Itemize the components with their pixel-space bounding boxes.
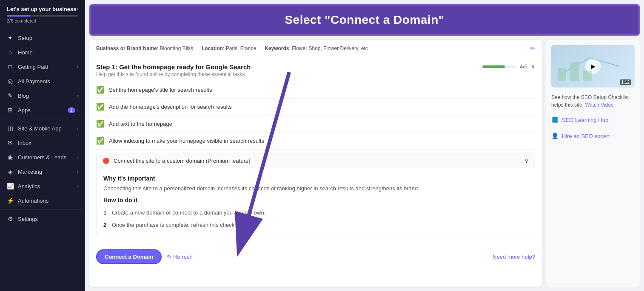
sidebar-item-apps[interactable]: ⊞ Apps 1 ›: [0, 103, 85, 117]
chevron-icon: ›: [77, 93, 78, 98]
checklist-item-text: Set the homepage's title for search resu…: [109, 87, 212, 93]
seo-meta-bar: Business or Brand Name: Blooming Bliss L…: [89, 40, 542, 57]
connect-domain-header-text: Connect this site to a custom domain (Pr…: [114, 158, 251, 164]
location-label: Location: [202, 45, 223, 51]
meta-business: Business or Brand Name: Blooming Bliss: [96, 45, 193, 51]
business-setup-title[interactable]: Let's set up your business ›: [7, 6, 78, 12]
checklist-item: ✅ Allow indexing to make your homepage v…: [96, 133, 535, 150]
sidebar-item-customers-leads[interactable]: ◉ Customers & Leads ›: [0, 150, 85, 164]
step-progress-bar: [482, 65, 516, 68]
seo-learning-hub-link[interactable]: 📘 SEO Learning Hub: [551, 115, 635, 125]
step-text: Once the purchase is complete, refresh t…: [112, 222, 243, 228]
apps-badge: 1: [68, 107, 75, 113]
step-num: 2: [103, 222, 106, 228]
sidebar-item-setup[interactable]: ✦ Setup: [0, 31, 85, 45]
step-progress-text: 4/6: [520, 63, 527, 70]
checklist: ✅ Set the homepage's title for search re…: [89, 82, 542, 150]
hire-seo-expert-link[interactable]: 👤 Hire an SEO expert: [551, 131, 635, 141]
step-text: Create a new domain or connect to a doma…: [112, 209, 265, 216]
bottom-actions: Connect a Domain ↻ Refresh Need more hel…: [89, 244, 542, 269]
setup-icon: ✦: [7, 34, 14, 41]
how-step: 2 Once the purchase is complete, refresh…: [103, 220, 528, 230]
sidebar-item-site-mobile[interactable]: ◫ Site & Mobile App ›: [0, 121, 85, 136]
chevron-icon: ›: [77, 155, 78, 160]
automations-icon: ⚡: [7, 197, 14, 204]
annotation-text: Select "Connect a Domain": [285, 13, 444, 26]
settings-icon: ⚙: [7, 215, 14, 222]
need-more-help-button[interactable]: Need more help?: [493, 254, 535, 260]
sidebar-item-blog[interactable]: ✎ Blog ›: [0, 88, 85, 103]
why-title: Why it's important: [103, 175, 528, 182]
meta-keywords: Keywords: Flower Shop, Flower Delivery, …: [265, 45, 368, 51]
sidebar-item-label: Inbox: [18, 140, 78, 146]
sidebar-item-settings[interactable]: ⚙ Settings: [0, 212, 85, 226]
keywords-value: Flower Shop, Flower Delivery, etc: [292, 45, 368, 51]
sidebar-item-label: Analytics: [18, 183, 77, 189]
apps-icon: ⊞: [7, 107, 14, 113]
connect-domain-header[interactable]: 🔴 Connect this site to a custom domain (…: [97, 153, 535, 168]
video-duration: 1:12: [620, 79, 631, 85]
step-info: Step 1: Get the homepage ready for Googl…: [96, 63, 251, 77]
home-icon: ⌂: [7, 49, 14, 56]
step-num: 1: [103, 209, 106, 216]
connect-domain-header-left: 🔴 Connect this site to a custom domain (…: [103, 158, 251, 164]
sidebar-item-marketing[interactable]: ◈ Marketing ›: [0, 164, 85, 179]
connect-domain-section: 🔴 Connect this site to a custom domain (…: [96, 153, 535, 237]
step-progress-fill: [482, 65, 505, 68]
getting-paid-icon: ◻: [7, 63, 14, 70]
collapse-icon[interactable]: ∧: [531, 63, 535, 70]
video-description: See how the SEO Setup Checklist helps th…: [551, 93, 635, 109]
main-content: Select "Connect a Domain" Business or Br…: [85, 0, 644, 291]
chevron-icon: ›: [77, 170, 78, 174]
sidebar-item-label: Blog: [18, 93, 77, 99]
check-icon-done: ✅: [96, 120, 105, 128]
keywords-label: Keywords: [265, 45, 289, 51]
learning-hub-icon: 📘: [551, 116, 559, 123]
site-mobile-icon: ◫: [7, 125, 14, 132]
expand-icon: ∨: [524, 158, 529, 164]
right-panel: ▶ 1:12 See how the SEO Setup Checklist h…: [546, 40, 640, 287]
sidebar-item-home[interactable]: ⌂ Home: [0, 45, 85, 59]
business-label: Business or Brand Name: [96, 45, 157, 51]
meta-location: Location: Paris, France: [202, 45, 256, 51]
blog-icon: ✎: [7, 92, 14, 99]
sidebar-item-getting-paid[interactable]: ◻ Getting Paid ›: [0, 59, 85, 74]
check-icon-done: ✅: [96, 137, 105, 145]
chevron-icon: ›: [77, 65, 78, 69]
connect-domain-button[interactable]: Connect a Domain: [96, 249, 162, 264]
progress-bar-fill: [7, 15, 30, 17]
sidebar-nav: ✦ Setup ⌂ Home ◻ Getting Paid › ◎ All Pa…: [0, 27, 85, 291]
progress-bar: [7, 15, 78, 17]
sidebar-item-label: Customers & Leads: [18, 154, 77, 161]
edit-icon[interactable]: ✏: [530, 45, 535, 52]
sidebar-item-inbox[interactable]: ✉ Inbox: [0, 136, 85, 150]
sidebar-item-label: Settings: [18, 216, 78, 222]
sidebar-item-all-payments[interactable]: ◎ All Payments: [0, 74, 85, 88]
refresh-label: Refresh: [173, 254, 193, 260]
progress-text: 2/6 completed: [7, 18, 78, 23]
marketing-icon: ◈: [7, 168, 14, 175]
sidebar-item-analytics[interactable]: 📈 Analytics ›: [0, 179, 85, 193]
chevron-icon: ›: [77, 108, 78, 113]
business-title-text: Let's set up your business: [7, 6, 76, 12]
connect-domain-body: Why it's important Connecting this site …: [97, 168, 535, 237]
checklist-item: ✅ Set the homepage's title for search re…: [96, 82, 535, 99]
sidebar-item-label: Marketing: [18, 169, 77, 175]
refresh-icon: ↻: [167, 254, 171, 260]
sidebar-item-automations[interactable]: ⚡ Automations: [0, 193, 85, 208]
check-icon-done: ✅: [96, 103, 105, 111]
sidebar-header: Let's set up your business › 2/6 complet…: [0, 0, 85, 27]
chevron-icon: ›: [77, 184, 78, 189]
sidebar-item-label: Getting Paid: [18, 64, 77, 70]
seo-step-header: Step 1: Get the homepage ready for Googl…: [89, 57, 542, 82]
watch-video-link[interactable]: Watch Video: [585, 102, 613, 108]
divider: [0, 119, 85, 119]
payments-icon: ◎: [7, 78, 14, 85]
learning-hub-text: SEO Learning Hub: [562, 117, 608, 123]
annotation-banner: Select "Connect a Domain": [89, 4, 640, 36]
sidebar-item-label: Setup: [18, 35, 78, 41]
video-thumbnail[interactable]: ▶ 1:12: [551, 45, 635, 88]
location-value: Paris, France: [226, 45, 256, 51]
analytics-icon: 📈: [7, 183, 14, 189]
refresh-button[interactable]: ↻ Refresh: [167, 254, 193, 260]
